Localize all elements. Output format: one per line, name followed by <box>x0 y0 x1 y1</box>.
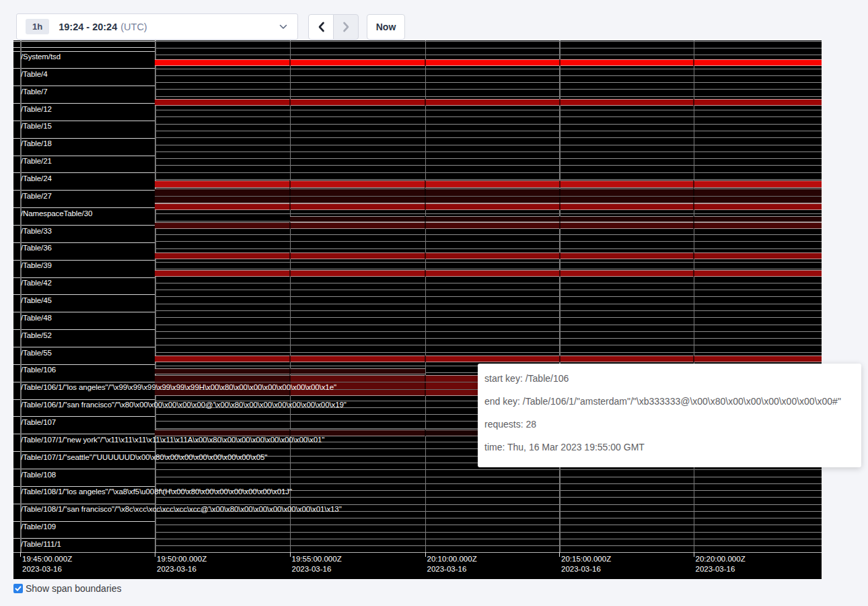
band-gridline-notch <box>693 356 694 362</box>
show-span-boundaries-checkbox[interactable] <box>13 584 23 593</box>
row-label: /Table/107/1/"new york"/"\x11\x11\x11\x1… <box>21 436 324 444</box>
band-gridline-notch <box>559 99 560 106</box>
band-gridline-notch <box>425 99 426 106</box>
axis-time-label: 20:10:00.000Z <box>427 555 477 563</box>
time-gridline <box>559 40 560 552</box>
chevron-right-icon <box>342 22 350 32</box>
row-label: /Table/108/1/"los angeles"/"\xa8\xf5\u00… <box>21 487 292 496</box>
row-label: /Table/18 <box>21 139 52 147</box>
time-range-timezone: (UTC) <box>120 22 147 32</box>
span-boundary-line <box>155 325 822 325</box>
band-gridline-notch <box>289 180 291 188</box>
span-boundary-line <box>155 131 822 131</box>
row-boundary-line <box>13 504 155 504</box>
row-boundary-line <box>13 103 155 104</box>
row-boundary-line <box>13 138 155 139</box>
row-boundary-line <box>13 156 155 156</box>
row-label: /Table/42 <box>21 279 52 287</box>
row-label: /Table/108 <box>21 471 56 479</box>
span-boundary-line <box>155 331 822 332</box>
footer: Show span boundaries <box>13 583 121 594</box>
key-visualizer-canvas[interactable]: /System/tsd/Table/4/Table/7/Table/12/Tab… <box>13 40 822 579</box>
row-boundary-line <box>13 486 155 487</box>
span-boundary-line <box>155 352 822 353</box>
time-gridline <box>694 40 695 552</box>
tooltip-start-key: start key: /Table/106 <box>484 367 855 390</box>
band-gridline-notch <box>289 203 291 210</box>
span-boundary-line <box>155 345 822 345</box>
now-button[interactable]: Now <box>367 14 405 40</box>
band-gridline-notch <box>693 180 694 188</box>
row-label: /Table/15 <box>21 122 52 130</box>
span-boundary-line <box>155 152 822 152</box>
band-gridline-notch <box>693 99 694 106</box>
tooltip-end-key: end key: /Table/106/1/"amsterdam"/"\xb33… <box>484 390 855 413</box>
axis-time-label: 19:55:00.000Z <box>292 555 342 563</box>
span-boundary-line <box>155 116 822 117</box>
axis-tick <box>290 552 291 557</box>
band-gridline-notch <box>425 356 426 362</box>
axis-tick <box>20 552 21 557</box>
band-gridline-notch <box>559 252 560 259</box>
next-range-button[interactable] <box>333 14 359 40</box>
span-boundary-line <box>155 124 822 125</box>
axis-tick <box>425 552 426 557</box>
span-boundary-line <box>155 483 822 484</box>
checkbox-label: Show span boundaries <box>26 583 121 594</box>
prev-range-button[interactable] <box>308 14 334 40</box>
row-label: /Table/27 <box>21 192 52 200</box>
span-boundary-line <box>155 518 822 518</box>
band-gridline-notch <box>425 430 426 436</box>
preset-badge: 1h <box>26 19 49 34</box>
band-gridline-notch <box>693 59 694 66</box>
band-gridline-notch <box>289 252 291 259</box>
row-boundary-line <box>13 121 155 121</box>
span-boundary-line <box>155 545 822 546</box>
band-gridline-notch <box>559 270 560 277</box>
span-boundary-line <box>155 165 822 166</box>
span-boundary-line <box>155 172 822 173</box>
span-boundary-line <box>155 145 822 145</box>
row-label: /NamespaceTable/30 <box>21 209 92 217</box>
band-gridline-notch <box>289 99 291 106</box>
row-boundary-line <box>13 416 155 417</box>
row-boundary-line <box>13 538 155 539</box>
band-gridline-notch <box>425 252 426 259</box>
axis-date-label: 2023-03-16 <box>22 565 62 573</box>
span-boundary-line <box>155 241 822 242</box>
span-boundary-line <box>155 338 822 339</box>
span-boundary-line <box>155 55 822 55</box>
row-label: /Table/24 <box>21 174 52 182</box>
row-label: /Table/39 <box>21 261 52 269</box>
span-boundary-line <box>155 290 822 290</box>
heat-band <box>155 252 822 259</box>
span-boundary-line <box>155 158 822 159</box>
band-gridline-notch <box>559 203 560 210</box>
band-gridline-notch <box>425 203 426 210</box>
axis-tick <box>559 552 560 557</box>
row-boundary-line <box>13 329 155 330</box>
row-boundary-line <box>13 47 155 48</box>
span-boundary-line <box>155 179 822 180</box>
span-boundary-line <box>155 532 822 533</box>
row-label: /Table/111/1 <box>21 540 61 548</box>
span-boundary-line <box>155 497 822 498</box>
time-range-dropdown[interactable]: 1h 19:24 - 20:24 (UTC) <box>16 13 298 40</box>
span-boundary-line <box>155 75 822 76</box>
row-boundary-line <box>13 260 155 261</box>
chevron-left-icon <box>318 22 325 32</box>
span-boundary-line <box>155 82 822 83</box>
band-gridline-notch <box>559 180 560 188</box>
band-gridline-notch <box>425 375 426 396</box>
band-gridline-notch <box>693 216 694 223</box>
row-boundary-line <box>13 190 155 191</box>
row-boundary-line <box>13 207 155 208</box>
span-boundary-line <box>155 69 822 69</box>
band-gridline-notch <box>425 180 426 188</box>
row-boundary-line <box>13 41 155 42</box>
row-boundary-line <box>13 68 155 69</box>
row-boundary-line <box>13 294 155 295</box>
row-label: /Table/21 <box>21 157 52 165</box>
span-boundary-line <box>155 48 822 48</box>
span-boundary-line <box>155 110 822 110</box>
